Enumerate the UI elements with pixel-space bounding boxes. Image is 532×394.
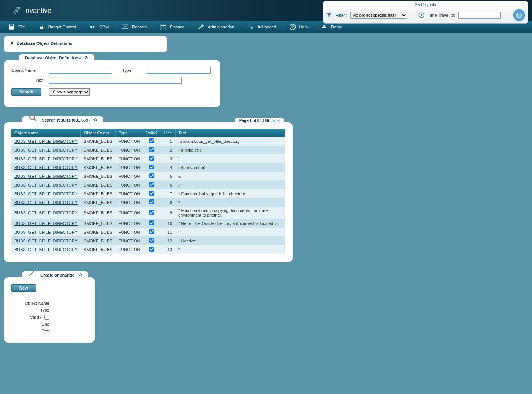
valid-checkbox[interactable] [149,220,154,225]
breadcrumb-title: Database Object Definitions [17,41,72,46]
svg-point-14 [30,114,35,119]
filter-link[interactable]: Filter : [336,13,347,17]
funnel-icon [326,12,332,19]
valid-checkbox[interactable] [149,156,154,161]
create-panel-tab[interactable]: Create or change [22,271,88,278]
cell-type: FUNCTION [116,137,143,146]
power-button[interactable] [513,9,526,22]
column-header[interactable]: Valid? [143,129,161,137]
filter-select[interactable]: No project specific filter [350,12,407,19]
cell-type: FUNCTION [116,154,143,163]
calculator-icon [159,23,167,31]
column-header[interactable]: Text [175,129,285,137]
cell-line: 3 [161,154,175,163]
menu-finance[interactable]: Finance [154,21,190,33]
object-link[interactable]: BUBS_GET_BFILE_DIRECTORY [14,239,78,243]
chart-icon [121,23,129,31]
valid-checkbox[interactable] [149,199,154,204]
cell-line: 1 [161,137,175,146]
valid-checkbox[interactable] [149,191,154,196]
text-input[interactable] [49,77,182,84]
cell-text: ( p_bfile bfile [175,146,285,154]
search-panel-tab[interactable]: Database Object Definitions [19,54,94,61]
cell-type: FUNCTION [116,219,143,228]
time-travel-label: Time Travel to: [428,13,455,17]
search-button[interactable]: Search [11,88,41,96]
cell-owner: SMOKE_BUBS [81,154,116,163]
valid-checkbox[interactable] [149,210,154,215]
object-link[interactable]: BUBS_GET_BFILE_DIRECTORY [14,200,78,205]
cell-valid [143,228,161,236]
cell-line: 12 [161,236,175,245]
menu-administration[interactable]: Administration [192,21,240,33]
valid-checkbox[interactable] [149,229,154,234]
cell-valid [143,137,161,146]
valid-checkbox[interactable] [149,165,154,169]
object-link[interactable]: BUBS_GET_BFILE_DIRECTORY [14,221,78,226]
create-text-label: Text [42,329,49,333]
object-link[interactable]: BUBS_GET_BFILE_DIRECTORY [14,165,78,170]
menu-label: Reports [132,25,147,29]
object-link[interactable]: BUBS_GET_BFILE_DIRECTORY [14,157,78,161]
table-row: BUBS_GET_BFILE_DIRECTORYSMOKE_BUBSFUNCTI… [11,163,285,172]
last-page-link[interactable]: >| [276,119,280,123]
object-link[interactable]: BUBS_GET_BFILE_DIRECTORY [14,230,78,234]
cell-line: 10 [161,219,175,228]
search-panel-title: Database Object Definitions [25,55,81,60]
table-row: BUBS_GET_BFILE_DIRECTORYSMOKE_BUBSFUNCTI… [11,207,285,219]
cell-text: is [175,172,285,180]
cell-line: 8 [161,198,175,207]
cell-object-name: BUBS_GET_BFILE_DIRECTORY [11,146,81,154]
new-button[interactable]: New [11,284,36,292]
valid-checkbox[interactable] [149,238,154,243]
table-row: BUBS_GET_BFILE_DIRECTORYSMOKE_BUBSFUNCTI… [11,219,285,228]
svg-point-8 [163,27,164,28]
object-link[interactable]: BUBS_GET_BFILE_DIRECTORY [14,210,78,215]
rows-per-page-select[interactable]: 10 rows per page [49,88,90,96]
create-valid-checkbox[interactable] [44,315,49,320]
object-link[interactable]: BUBS_GET_BFILE_DIRECTORY [14,191,78,196]
cell-object-name: BUBS_GET_BFILE_DIRECTORY [11,137,81,146]
top-control-panel: 25 Projects Filter : No project specific… [323,1,528,24]
valid-checkbox[interactable] [149,182,154,187]
create-line-label: Line [41,322,49,326]
results-panel-tab[interactable]: Search results (801,659) [22,116,103,123]
results-panel-title: Search results (801,659) [42,118,90,122]
next-page-link[interactable]: >> [271,119,275,123]
cell-type: FUNCTION [116,207,143,219]
menu-advanced[interactable]: Advanced [242,21,282,33]
type-input[interactable] [147,67,211,74]
save-icon [8,23,15,31]
object-link[interactable]: BUBS_GET_BFILE_DIRECTORY [14,247,78,252]
object-link[interactable]: BUBS_GET_BFILE_DIRECTORY [14,148,78,152]
column-header[interactable]: Line [161,129,175,137]
cell-valid [143,207,161,219]
cell-object-name: BUBS_GET_BFILE_DIRECTORY [11,163,81,172]
valid-checkbox[interactable] [149,173,154,178]
object-name-input[interactable] [49,67,112,74]
object-link[interactable]: BUBS_GET_BFILE_DIRECTORY [14,139,78,144]
table-row: BUBS_GET_BFILE_DIRECTORYSMOKE_BUBSFUNCTI… [11,236,285,245]
chevron-up-icon [93,118,97,122]
menu-help[interactable]: ?Help [283,21,314,33]
valid-checkbox[interactable] [149,138,154,143]
column-header[interactable]: Type [116,129,143,137]
chevron-up-icon [78,273,82,277]
cell-owner: SMOKE_BUBS [81,137,116,146]
valid-checkbox[interactable] [149,147,154,152]
menu-crm[interactable]: CRM [83,21,114,33]
cell-text: * [175,198,285,207]
cell-valid [143,198,161,207]
object-link[interactable]: BUBS_GET_BFILE_DIRECTORY [14,174,78,179]
column-header[interactable]: Object Name [11,129,81,137]
time-travel-input[interactable] [458,12,501,19]
column-header[interactable]: Object Owner [81,129,116,137]
valid-checkbox[interactable] [149,247,154,252]
cell-text: * Header: [175,236,285,245]
svg-rect-2 [10,24,13,26]
object-link[interactable]: BUBS_GET_BFILE_DIRECTORY [14,183,78,187]
cell-owner: SMOKE_BUBS [81,146,116,154]
menu-budget-control[interactable]: Budget Control [32,21,81,33]
menu-reports[interactable]: Reports [116,21,152,33]
menu-file[interactable]: File [2,21,30,33]
